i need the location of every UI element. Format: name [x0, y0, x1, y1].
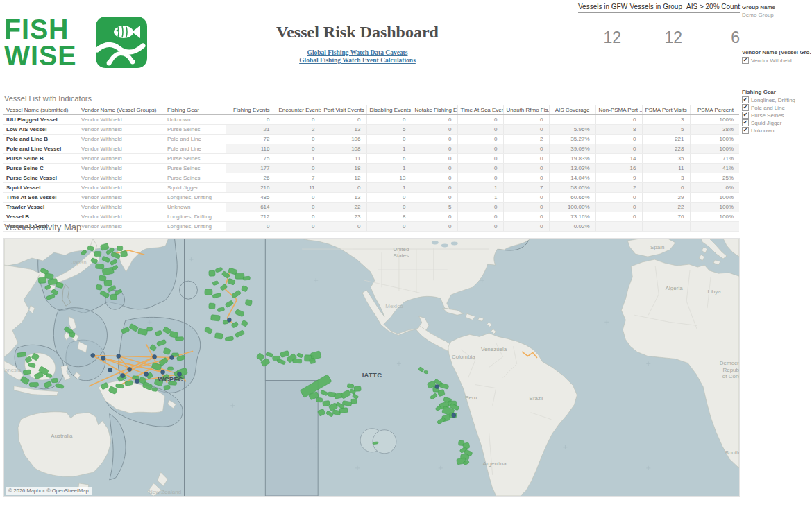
- checkbox-icon[interactable]: ✔: [742, 57, 749, 64]
- table-row[interactable]: Pole and Line VesselVendor WithheldPole …: [3, 144, 739, 154]
- table-cell: Purse Seines: [164, 154, 226, 164]
- table-cell: Squid Jigger: [164, 183, 226, 193]
- table-cell: 11: [276, 183, 321, 193]
- table-cell: 39.09%: [549, 144, 595, 154]
- table-cell: 0: [642, 183, 690, 193]
- table-cell: Vendor Withheld: [78, 212, 164, 222]
- activity-blob: [48, 278, 58, 284]
- column-header[interactable]: Encounter Events: [276, 105, 321, 115]
- table-cell: IUU Flagged Vessel: [3, 115, 78, 125]
- link-data-caveats[interactable]: Global Fishing Watch Data Caveats: [208, 49, 507, 57]
- table-cell: 14: [595, 154, 642, 164]
- table-row[interactable]: IUU Flagged VesselVendor WithheldUnknown…: [3, 115, 739, 125]
- map-attribution[interactable]: © 2026 Mapbox © OpenStreetMap: [6, 487, 92, 495]
- table-row[interactable]: Low AIS VesselVendor WithheldPurse Seine…: [3, 125, 739, 135]
- table-cell: Vendor Withheld: [78, 173, 164, 183]
- table-cell: [642, 222, 690, 232]
- activity-blob: [94, 251, 101, 256]
- table-row[interactable]: Pole and Line BVendor WithheldPole and L…: [3, 135, 739, 144]
- table-cell: 1: [276, 154, 321, 164]
- table-row[interactable]: Purse Seine BVendor WithheldPurse Seines…: [3, 154, 739, 164]
- table-cell: 0: [457, 125, 503, 135]
- table-cell: 0: [412, 222, 457, 232]
- column-header[interactable]: AIS Coverage: [549, 105, 595, 115]
- table-cell: 1: [366, 164, 412, 173]
- table-cell: Purse Seines: [164, 125, 226, 135]
- table-cell: 21: [226, 125, 276, 135]
- table-cell: Low AIS Vessel: [3, 125, 78, 135]
- link-event-calculations[interactable]: Global Fishing Watch Event Calculations: [208, 57, 507, 65]
- gear-filter-option-label: Squid Jigger: [751, 120, 781, 126]
- column-header[interactable]: Fishing Gear: [164, 105, 226, 115]
- table-cell: 106: [321, 135, 366, 144]
- gear-filter-option[interactable]: ✔Purse Seines: [742, 112, 811, 119]
- table-cell: 0: [276, 193, 321, 203]
- logo-mark: [96, 17, 147, 68]
- metric-value: 12: [621, 28, 682, 47]
- column-header[interactable]: Vessel Name (submitted): [3, 105, 78, 115]
- map-canvas[interactable]: JapanUnitedStatesMexicoColombiaVenezuela…: [4, 239, 739, 496]
- table-cell: 0: [595, 212, 642, 222]
- table-row[interactable]: Trawler VesselVendor WithheldUnknown6140…: [3, 203, 739, 212]
- table-cell: 0: [503, 203, 549, 212]
- table-cell: 7: [503, 183, 549, 193]
- table-cell: 13: [321, 125, 366, 135]
- table-cell: Vendor Withheld: [78, 183, 164, 193]
- gear-filter-option-label: Longlines, Drifting: [751, 97, 795, 103]
- table-row[interactable]: Purse Seine VesselVendor WithheldPurse S…: [3, 173, 739, 183]
- table-cell: 0%: [690, 183, 739, 193]
- table-cell: 0: [503, 212, 549, 222]
- table-cell: Vendor Withheld: [78, 222, 164, 232]
- column-header[interactable]: PSMA Port Visits: [642, 105, 690, 115]
- place-label: DemocraticRepublicof Congo: [720, 360, 739, 379]
- table-cell: 0: [412, 115, 457, 125]
- activity-blob: [351, 399, 357, 404]
- table-row[interactable]: Vessel ILO RiskVendor WithheldLonglines,…: [3, 222, 739, 232]
- table-cell: 177: [226, 164, 276, 173]
- vessel-activity-map[interactable]: JapanUnitedStatesMexicoColombiaVenezuela…: [3, 238, 740, 497]
- gear-filter-option[interactable]: ✔Squid Jigger: [742, 119, 811, 126]
- eez-circle: [373, 430, 396, 454]
- table-cell: 0: [276, 144, 321, 154]
- table-cell: 0: [412, 212, 457, 222]
- column-header[interactable]: Time At Sea Even..: [457, 105, 503, 115]
- table-row[interactable]: Vessel BVendor WithheldLonglines, Drifti…: [3, 212, 739, 222]
- table-cell: 0: [503, 125, 549, 135]
- checkbox-icon[interactable]: ✔: [742, 127, 749, 134]
- column-header[interactable]: Notake Fishing E..: [412, 105, 457, 115]
- checkbox-icon[interactable]: ✔: [742, 112, 749, 119]
- table-row[interactable]: Time At Sea VesselVendor WithheldLonglin…: [3, 193, 739, 203]
- activity-blob: [209, 270, 215, 276]
- checkbox-icon[interactable]: ✔: [742, 96, 749, 103]
- column-header[interactable]: Vendor Name (Vessel Groups): [78, 105, 164, 115]
- column-header[interactable]: Unauth Rfmo Fis..: [503, 105, 549, 115]
- table-cell: 0: [457, 164, 503, 173]
- table-cell: 19.83%: [549, 154, 595, 164]
- column-header[interactable]: Port Visit Events: [321, 105, 366, 115]
- table-row[interactable]: Purse Seine CVendor WithheldPurse Seines…: [3, 164, 739, 173]
- fishwise-logo-graphic: FISH WISE: [4, 14, 147, 69]
- port-dot: [108, 368, 112, 372]
- checkbox-icon[interactable]: ✔: [742, 119, 749, 126]
- column-header[interactable]: Non-PSMA Port ..: [595, 105, 642, 115]
- table-cell: 0: [457, 154, 503, 164]
- gear-filter-option-label: Purse Seines: [751, 112, 784, 119]
- port-dot: [452, 413, 456, 418]
- column-header[interactable]: PSMA Percent: [690, 105, 739, 115]
- place-label: New Zealand: [149, 489, 181, 495]
- activity-blob: [175, 337, 183, 341]
- table-cell: 0: [276, 203, 321, 212]
- table-cell: 7: [276, 173, 321, 183]
- table-row[interactable]: Squid VesselVendor WithheldSquid Jigger2…: [3, 183, 739, 193]
- table-cell: 0: [412, 183, 457, 193]
- checkbox-icon[interactable]: ✔: [742, 104, 749, 111]
- activity-blob: [424, 370, 429, 374]
- vendor-filter-option[interactable]: ✔Vendor Withheld: [742, 57, 811, 64]
- column-header[interactable]: Fishing Events: [226, 105, 276, 115]
- gear-filter-option[interactable]: ✔Longlines, Drifting: [742, 96, 811, 103]
- gear-filter-option[interactable]: ✔Pole and Line: [742, 104, 811, 111]
- table-cell: 8: [366, 212, 412, 222]
- gear-filter-option[interactable]: ✔Unknown: [742, 127, 811, 134]
- port-dot: [91, 353, 95, 357]
- column-header[interactable]: Disabling Events: [366, 105, 412, 115]
